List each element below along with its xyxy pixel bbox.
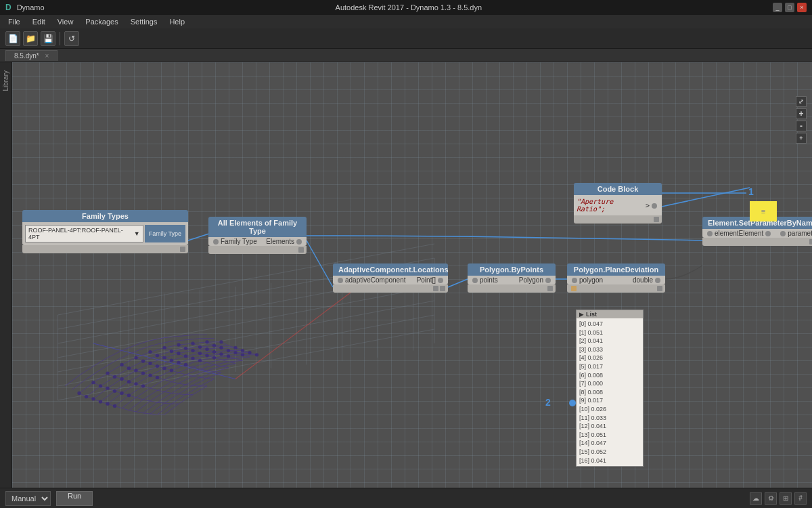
footer-icon-1 bbox=[180, 247, 185, 252]
polygon-dev-body: polygon double bbox=[567, 276, 665, 284]
cloud-icon[interactable]: ☁ bbox=[750, 492, 762, 505]
menu-file[interactable]: File bbox=[3, 16, 26, 27]
canvas-area[interactable]: Family Types ROOF-PANEL-4PT:ROOF-PANEL-4… bbox=[12, 62, 812, 488]
open-button[interactable]: 📁 bbox=[23, 31, 38, 46]
maximize-button[interactable]: □ bbox=[785, 3, 794, 12]
code-block-body: "Aperture Ratio"; > bbox=[574, 195, 662, 215]
label-1: 1 bbox=[748, 186, 754, 197]
list-item: [11] 0.033 bbox=[579, 414, 640, 423]
dropdown-arrow-icon: ▼ bbox=[134, 230, 140, 237]
polygon-by-points-node: Polygon.ByPoints points Polygon bbox=[468, 263, 556, 293]
svg-point-45 bbox=[120, 377, 123, 381]
svg-point-48 bbox=[162, 356, 166, 359]
window-title: Autodesk Revit 2017 - Dynamo 1.3 - 8.5.d… bbox=[45, 3, 773, 12]
svg-point-64 bbox=[241, 349, 244, 352]
zoom-fit-button[interactable]: ⤢ bbox=[796, 96, 807, 107]
footer-icon-6 bbox=[654, 217, 659, 222]
footer-icon-3b bbox=[440, 286, 445, 291]
polygon-by-footer bbox=[468, 284, 556, 293]
zoom-controls: ⤢ + - + bbox=[796, 96, 807, 144]
svg-point-74 bbox=[233, 351, 237, 354]
all-elements-body: Family Type Elements bbox=[208, 237, 307, 246]
run-mode-select[interactable]: Manual bbox=[5, 491, 51, 506]
menu-settings[interactable]: Settings bbox=[125, 16, 163, 27]
app-icon: D bbox=[5, 3, 12, 12]
family-types-footer bbox=[22, 245, 188, 253]
svg-point-24 bbox=[106, 371, 109, 375]
adaptive-header: AdaptiveComponent.Locations bbox=[333, 263, 448, 276]
svg-point-72 bbox=[205, 354, 208, 357]
svg-point-82 bbox=[198, 359, 202, 362]
list-output-panel: List [0] 0.047 [1] 0.051 [2] 0.041 [3] 0… bbox=[576, 310, 644, 467]
code-block-header: Code Block bbox=[574, 183, 662, 195]
list-item: [6] 0.008 bbox=[579, 371, 640, 380]
bottom-bar: Manual Run ☁ ⚙ ⊞ # bbox=[0, 488, 812, 508]
adaptive-footer bbox=[333, 284, 448, 293]
svg-point-57 bbox=[141, 371, 145, 375]
tab-main[interactable]: 8.5.dyn* × bbox=[5, 50, 58, 61]
svg-line-4 bbox=[58, 287, 435, 358]
footer-icon-2 bbox=[298, 247, 304, 253]
svg-point-30 bbox=[191, 341, 194, 345]
tab-close-button[interactable]: × bbox=[45, 52, 49, 60]
list-item: [8] 0.008 bbox=[579, 388, 640, 397]
sp-element-dot bbox=[707, 231, 713, 236]
save-button[interactable]: 💾 bbox=[41, 31, 55, 46]
svg-point-81 bbox=[184, 363, 187, 366]
layout-icon[interactable]: ⊞ bbox=[780, 492, 792, 505]
menu-edit[interactable]: Edit bbox=[27, 16, 51, 27]
polygon-dev-out-port: double bbox=[630, 276, 665, 284]
family-types-selector: ROOF-PANEL-4PT:ROOF-PANEL-4PT ▼ Family T… bbox=[25, 225, 185, 242]
footer-icon-5 bbox=[571, 286, 577, 291]
polygon-dev-ports: polygon double bbox=[567, 276, 665, 284]
menu-packages[interactable]: Packages bbox=[80, 16, 123, 27]
svg-point-29 bbox=[177, 343, 180, 346]
family-type-dropdown[interactable]: ROOF-PANEL-4PT:ROOF-PANEL-4PT ▼ bbox=[25, 225, 143, 242]
svg-point-36 bbox=[127, 366, 131, 370]
svg-point-62 bbox=[212, 350, 216, 354]
adaptive-out-dot bbox=[438, 278, 443, 283]
svg-point-26 bbox=[134, 356, 137, 359]
svg-point-83 bbox=[212, 356, 216, 359]
set-param-ports: element Element parameterName value bbox=[702, 229, 812, 238]
list-item: [13] 0.051 bbox=[579, 431, 640, 440]
list-item: [2] 0.041 bbox=[579, 337, 640, 345]
undo-button[interactable]: ↺ bbox=[64, 31, 79, 46]
family-types-body: ROOF-PANEL-4PT:ROOF-PANEL-4PT ▼ Family T… bbox=[22, 222, 188, 245]
svg-point-50 bbox=[191, 349, 194, 352]
zoom-out-button[interactable]: - bbox=[796, 121, 807, 131]
svg-point-56 bbox=[127, 380, 131, 383]
svg-point-60 bbox=[184, 354, 187, 358]
svg-point-52 bbox=[219, 346, 223, 350]
minimize-button[interactable]: _ bbox=[773, 3, 782, 12]
polygon-dev-in-port: polygon bbox=[567, 276, 606, 284]
polygon-by-in-port: points bbox=[468, 276, 501, 284]
menu-help[interactable]: Help bbox=[164, 16, 190, 27]
menu-bar: File Edit View Packages Settings Help bbox=[0, 15, 812, 28]
window-controls: _ □ × bbox=[773, 3, 807, 12]
all-elements-footer bbox=[208, 246, 307, 254]
zoom-in-button[interactable]: + bbox=[796, 108, 807, 119]
svg-point-76 bbox=[113, 404, 116, 408]
title-bar-left: D Dynamo bbox=[5, 3, 45, 12]
polygon-by-out-port: Polygon bbox=[516, 276, 556, 284]
adaptive-component-node: AdaptiveComponent.Locations adaptiveComp… bbox=[333, 263, 448, 293]
run-button[interactable]: Run bbox=[56, 491, 93, 506]
library-label[interactable]: Library bbox=[2, 70, 9, 91]
list-item: [9] 0.017 bbox=[579, 396, 640, 405]
list-item: [15] 0.052 bbox=[579, 448, 640, 457]
new-button[interactable]: 📄 bbox=[5, 31, 20, 46]
zoom-more-button[interactable]: + bbox=[796, 133, 807, 144]
all-elements-node: All Elements of Family Type Family Type … bbox=[208, 217, 307, 254]
polygon-dev-header: Polygon.PlaneDeviation bbox=[567, 263, 665, 276]
settings-icon[interactable]: ⚙ bbox=[765, 492, 777, 505]
footer-icon-3 bbox=[433, 286, 438, 291]
code-block-node: Code Block "Aperture Ratio"; > bbox=[574, 183, 662, 224]
all-elements-in-port: Family Type bbox=[208, 237, 260, 246]
svg-point-63 bbox=[227, 349, 230, 352]
family-type-port-label: Family Type bbox=[145, 225, 185, 242]
grid-icon[interactable]: # bbox=[794, 492, 807, 505]
close-button[interactable]: × bbox=[797, 3, 807, 12]
menu-view[interactable]: View bbox=[52, 16, 79, 27]
main-area: Library bbox=[0, 62, 812, 488]
